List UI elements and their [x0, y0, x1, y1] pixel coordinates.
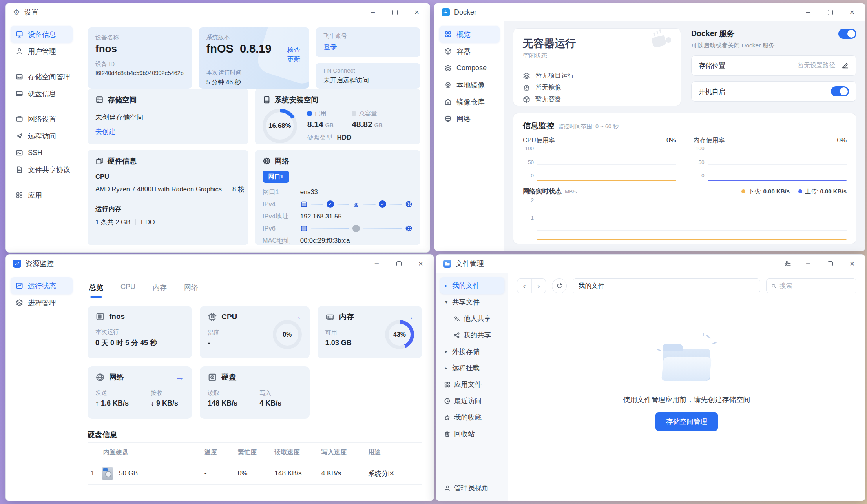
cpu-usage-value: 0%: [666, 136, 676, 145]
y-tick: 2: [531, 197, 534, 203]
close-icon[interactable]: ×: [847, 258, 857, 269]
sidebar-item-app-files[interactable]: 应用文件: [440, 376, 504, 393]
create-storage-link[interactable]: 去创建: [95, 127, 241, 136]
globe-icon: [95, 373, 105, 382]
chevron-right-icon[interactable]: ▸: [444, 365, 449, 371]
sidebar-item-network[interactable]: 网络: [439, 110, 500, 127]
disk-icon: [16, 90, 23, 97]
edit-pencil-icon[interactable]: [841, 62, 849, 69]
back-icon[interactable]: ‹: [517, 279, 531, 293]
sidebar-item-registry[interactable]: 镜像仓库: [439, 93, 500, 110]
sidebar-item-recycle-bin[interactable]: 回收站: [440, 426, 504, 442]
disk-table-row[interactable]: 1 50 GB - 0% 148 KB/s 4 KB/s 系统分区: [88, 462, 422, 485]
chevron-right-icon[interactable]: ▸: [444, 283, 449, 288]
maximize-icon[interactable]: [825, 7, 835, 17]
device-info-icon: [16, 31, 23, 38]
network-info-title: 网络: [275, 156, 289, 166]
sidebar-item-device-info[interactable]: 设备信息: [11, 26, 73, 43]
docker-service-title: Docker 服务: [691, 28, 735, 39]
sidebar-item-external-storage[interactable]: ▸ 外接存储: [440, 343, 504, 360]
hdd-icon: [208, 373, 217, 382]
storage-location-row: 存储位置 暂无设置路径: [691, 55, 856, 76]
disk-index: 1: [91, 469, 96, 477]
cpu-usage-label: CPU使用率: [523, 136, 555, 145]
globe-icon: [263, 157, 271, 165]
minimize-icon[interactable]: −: [372, 258, 382, 269]
sidebar-item-apps[interactable]: 应用: [11, 187, 73, 204]
maximize-icon[interactable]: [394, 258, 404, 269]
check-update-link[interactable]: 检查更新: [287, 46, 302, 64]
sidebar-item-compose[interactable]: Compose: [439, 60, 500, 76]
terminal-icon: [16, 149, 23, 156]
tab-cpu[interactable]: CPU: [120, 280, 136, 297]
sidebar-item-my-shares[interactable]: 我的共享: [440, 327, 504, 343]
storage-management-button[interactable]: 存储空间管理: [655, 412, 718, 431]
uptime-value: 5 分钟 46 秒: [206, 78, 302, 87]
sidebar-item-containers[interactable]: 容器: [439, 43, 500, 60]
sidebar-item-shared-files[interactable]: ▾ 共享文件: [440, 294, 504, 310]
file-manager-app-icon: [443, 260, 451, 268]
memory-detail-arrow-icon[interactable]: →: [405, 312, 414, 322]
sidebar-item-overview[interactable]: 概览: [439, 26, 500, 43]
close-icon[interactable]: ×: [416, 258, 426, 269]
network-detail-arrow-icon[interactable]: →: [175, 372, 184, 382]
refresh-icon[interactable]: [552, 278, 567, 293]
cpu-detail-arrow-icon[interactable]: →: [293, 312, 302, 322]
tab-overview[interactable]: 总览: [88, 280, 104, 297]
sidebar-item-admin-view[interactable]: 管理员视角: [440, 480, 504, 496]
forward-icon[interactable]: ›: [531, 279, 546, 293]
cpu-plot-area: [537, 148, 676, 181]
docker-service-toggle[interactable]: [838, 29, 856, 39]
close-icon[interactable]: ×: [412, 7, 422, 17]
container-cube-icon: [523, 96, 530, 103]
sidebar-item-user-management[interactable]: 用户管理: [11, 43, 73, 60]
mac-label: MAC地址: [263, 237, 300, 245]
cpu-donut: 0%: [273, 320, 302, 349]
tab-memory[interactable]: 内存: [152, 280, 168, 297]
chevron-down-icon[interactable]: ▾: [444, 299, 449, 305]
sidebar-item-label: 共享文件: [452, 297, 480, 307]
sidebar-item-remote-mount[interactable]: ▸ 远程挂载: [440, 360, 504, 376]
network-card: 网络 → 发送 ↑ 1.6 KB/s 接收 ↓ 9 KB/s: [88, 366, 192, 419]
host-card: fnos 本次运行 0 天 0 时 5 分 45 秒: [88, 306, 192, 358]
search-box[interactable]: [766, 278, 856, 293]
network-card-icon: [16, 115, 23, 123]
docker-status-card: 无容器运行 空闲状态 暂无项目运行 暂无镜像 暂无容器: [513, 28, 681, 106]
user-icon: [16, 47, 23, 55]
path-input[interactable]: [573, 278, 760, 293]
maximize-icon[interactable]: [825, 258, 835, 269]
view-settings-icon[interactable]: [784, 260, 791, 267]
cpu-cores: 8 核: [232, 186, 244, 193]
docker-content: 无容器运行 空闲状态 暂无项目运行 暂无镜像 暂无容器: [504, 21, 865, 251]
sidebar-item-label: 外接存储: [452, 347, 480, 356]
sidebar-item-storage-management[interactable]: 存储空间管理: [11, 68, 73, 85]
port-badge[interactable]: 网口1: [263, 171, 289, 183]
minimize-icon[interactable]: −: [368, 7, 378, 17]
close-icon[interactable]: ×: [847, 7, 857, 17]
sidebar-item-my-files[interactable]: ▸ 我的文件: [440, 277, 504, 294]
search-input[interactable]: [779, 282, 851, 289]
login-link[interactable]: 登录: [323, 43, 413, 52]
total-label: 总容量: [359, 110, 377, 117]
people-icon: [453, 315, 460, 322]
sidebar-item-recent[interactable]: 最近访问: [440, 393, 504, 409]
autostart-label: 开机自启: [699, 87, 725, 96]
sidebar-item-favorites[interactable]: 我的收藏: [440, 409, 504, 426]
chevron-right-icon[interactable]: ▸: [444, 349, 449, 354]
sidebar-item-label: 运行状态: [28, 281, 56, 291]
minimize-icon[interactable]: −: [803, 258, 813, 269]
sidebar-item-local-images[interactable]: 本地镜像: [439, 76, 500, 93]
autostart-toggle[interactable]: [831, 86, 849, 96]
sidebar-item-file-sharing-protocol[interactable]: 文件共享协议: [11, 161, 73, 178]
sidebar-item-ssh[interactable]: SSH: [11, 144, 73, 161]
sidebar-item-disk-info[interactable]: 硬盘信息: [11, 85, 73, 102]
minimize-icon[interactable]: −: [803, 7, 813, 17]
fn-connect-status: 未开启远程访问: [323, 76, 413, 85]
sidebar-item-process-management[interactable]: 进程管理: [11, 294, 73, 311]
sidebar-item-shared-by-others[interactable]: 他人共享: [440, 310, 504, 327]
tab-network[interactable]: 网络: [183, 280, 199, 297]
sidebar-item-remote-access[interactable]: 远程访问: [11, 127, 73, 144]
maximize-icon[interactable]: [390, 7, 400, 17]
sidebar-item-running-status[interactable]: 运行状态: [11, 277, 73, 294]
sidebar-item-network-settings[interactable]: 网络设置: [11, 111, 73, 127]
